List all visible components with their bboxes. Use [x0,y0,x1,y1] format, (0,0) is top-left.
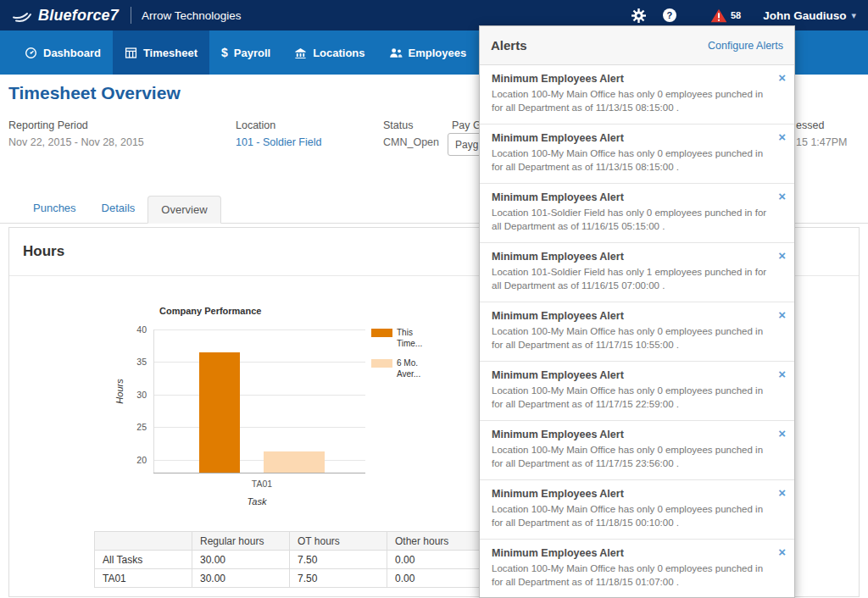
alert-item-title: Minimum Employees Alert [492,132,782,144]
dashboard-icon [25,47,37,59]
y-tick-label: 20 [114,455,147,465]
alert-item-body: Location 100-My Main Office has only 0 e… [492,562,782,590]
alert-item-body: Location 100-My Main Office has only 0 e… [492,324,782,352]
table-cell: 30.00 [192,569,290,588]
alert-item: ×Minimum Employees AlertLocation 101-Sol… [480,184,794,243]
table-header-row: Regular hoursOT hoursOther hours [95,532,485,551]
locations-icon [294,47,307,59]
chart-legend: This Time...6 Mo. Aver... [371,327,436,388]
alert-item: ×Minimum Employees AlertLocation 100-My … [480,480,794,540]
chart-x-axis-label: Task [223,496,291,507]
alert-close-icon[interactable]: × [778,368,786,380]
column-header: OT hours [290,532,387,551]
alert-item: ×Minimum Employees AlertLocation 101-Sol… [480,243,794,302]
alert-item-body: Location 101-Soldier Field has only 0 em… [492,206,782,234]
table-cell: All Tasks [95,551,192,569]
alert-close-icon[interactable]: × [778,545,786,558]
alert-close-icon[interactable]: × [778,249,786,262]
alert-item-body: Location 100-My Main Office has only 0 e… [492,443,782,471]
table-row: All Tasks30.007.500.00 [95,551,485,569]
table-cell: 0.00 [387,551,485,569]
user-menu[interactable]: John Gaudiuso ▾ [763,9,856,22]
alert-close-icon[interactable]: × [778,190,786,202]
nav-item-locations[interactable]: Locations [282,30,376,75]
alert-item: ×Minimum Employees AlertLocation 100-My … [480,302,794,362]
alert-close-icon[interactable]: × [778,427,786,440]
hours-table: Regular hoursOT hoursOther hoursAll Task… [94,531,485,588]
column-header: Regular hours [192,532,290,551]
legend-label: 6 Mo. Aver... [397,357,436,379]
nav-item-employees[interactable]: Employees [377,30,479,75]
brand-logo-icon [12,7,34,24]
nav-label: Timesheet [143,47,198,59]
nav-label: Locations [313,47,364,59]
topbar-divider [131,7,131,24]
x-axis-line [153,473,365,473]
bar-series-2 [264,451,325,473]
status-value: CMN_Open [383,136,439,148]
chart-x-tick-label: TA01 [228,479,296,489]
settings-gear-icon[interactable] [632,8,646,23]
alert-item: ×Minimum Employees AlertLocation 100-My … [480,362,794,421]
y-tick-label: 35 [114,357,147,367]
nav-label: Payroll [234,47,270,59]
y-tick-label: 40 [114,324,147,335]
alert-close-icon[interactable]: × [778,486,786,499]
alert-item-title: Minimum Employees Alert [492,191,782,203]
user-name: John Gaudiuso [763,9,846,22]
gridline [153,460,365,461]
chart-title: Company Performance [159,306,261,316]
gridline [153,362,365,363]
tab-punches[interactable]: Punches [20,195,89,223]
gridline [153,395,365,396]
nav-item-payroll[interactable]: $ Payroll [209,30,282,75]
page-title: Timesheet Overview [8,83,181,103]
alert-close-icon[interactable]: × [778,71,786,84]
legend-swatch [371,329,392,337]
alerts-list: ×Minimum Employees AlertLocation 100-My … [480,65,794,598]
tab-details[interactable]: Details [89,195,148,223]
table-cell: 30.00 [192,551,290,569]
alert-close-icon[interactable]: × [778,130,786,143]
legend-item: This Time... [371,327,436,349]
nav-item-timesheet[interactable]: Timesheet [113,30,209,75]
alerts-toggle-button[interactable]: 58 [710,8,741,23]
table-cell: 0.00 [387,569,485,588]
alert-item-title: Minimum Employees Alert [492,547,782,559]
bar-chart: Company Performance Hours TA01 Task This… [111,302,459,530]
alert-item-body: Location 100-My Main Office has only 0 e… [492,502,782,530]
help-icon[interactable]: ? [663,8,676,22]
alert-close-icon[interactable]: × [778,308,786,321]
alert-item: ×Minimum Employees AlertLocation 100-My … [480,540,794,598]
configure-alerts-link[interactable]: Configure Alerts [708,40,783,52]
alert-item-body: Location 100-My Main Office has only 0 e… [492,384,782,412]
alerts-header: Alerts Configure Alerts [480,26,794,65]
timesheet-icon [125,47,137,59]
alert-item-body: Location 100-My Main Office has only 0 e… [492,87,782,115]
location-label: Location [236,119,275,131]
alert-item: ×Minimum Employees AlertLocation 100-My … [480,65,794,125]
legend-label: This Time... [397,327,436,349]
gridline [153,329,365,330]
nav-item-dashboard[interactable]: Dashboard [13,30,113,75]
tab-overview[interactable]: Overview [147,196,220,224]
alert-item-body: Location 100-My Main Office has only 0 e… [492,147,782,174]
table-cell: 7.50 [290,551,387,569]
employees-icon [389,47,403,59]
table-cell: 7.50 [290,569,387,588]
alert-item-title: Minimum Employees Alert [492,369,782,381]
bar-series-1 [199,352,240,473]
app: Blueforce7 Arrow Technologies ? [0,0,868,598]
y-tick-label: 25 [114,422,147,432]
last-processed-value: 15 1:47PM [796,136,847,148]
table-cell: TA01 [95,569,192,588]
location-link[interactable]: 101 - Soldier Field [236,136,321,148]
chevron-down-icon: ▾ [851,10,856,21]
nav-label: Employees [409,47,467,59]
brand-logo[interactable]: Blueforce7 [12,7,119,25]
nav-label: Dashboard [43,47,101,59]
legend-swatch [371,359,392,368]
alert-item-title: Minimum Employees Alert [492,73,782,85]
alert-item-title: Minimum Employees Alert [492,488,782,500]
alerts-panel: Alerts Configure Alerts ×Minimum Employe… [479,25,795,598]
